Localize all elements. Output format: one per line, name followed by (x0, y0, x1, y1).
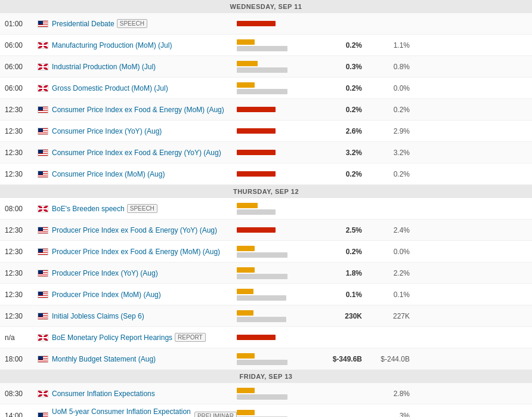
event-row: 12:30Consumer Price Index (YoY) (Aug)2.6… (0, 121, 532, 142)
event-bar (237, 150, 308, 155)
event-time: 12:30 (5, 127, 38, 135)
event-row: 12:30Producer Price Index (YoY) (Aug)1.8… (0, 262, 532, 284)
event-time: 12:30 (5, 149, 38, 157)
us-flag (38, 270, 48, 277)
gb-flag (38, 390, 48, 397)
event-previous: 2.2% (362, 269, 410, 277)
event-time: 06:00 (5, 84, 38, 92)
economic-calendar: WEDNESDAY, SEP 1101:00Presidential Debat… (0, 0, 532, 417)
section-header: WEDNESDAY, SEP 11 (0, 0, 532, 13)
us-flag (38, 412, 48, 417)
event-badge: REPORT (175, 333, 206, 342)
event-previous: 0.2% (362, 106, 410, 114)
event-bar (237, 203, 308, 215)
event-link[interactable]: Manufacturing Production (MoM) (Jul) (52, 41, 172, 50)
event-link[interactable]: Consumer Inflation Expectations (52, 390, 155, 398)
event-link[interactable]: Producer Price Index (YoY) (Aug) (52, 269, 158, 277)
event-name: Consumer Price Index (MoM) (Aug) (52, 170, 237, 178)
event-time: 18:00 (5, 355, 38, 363)
us-flag (38, 106, 48, 113)
event-actual: 0.2% (314, 41, 362, 50)
gb-flag (38, 42, 48, 49)
event-name: BoE's Breeden speechSPEECH (52, 204, 237, 213)
event-actual: 0.2% (314, 170, 362, 178)
us-flag (38, 356, 48, 363)
event-actual: 230K (314, 312, 362, 320)
event-previous: 2.4% (362, 226, 410, 234)
event-name: BoE Monetary Policy Report HearingsREPOR… (52, 333, 237, 342)
event-link[interactable]: Producer Price Index (MoM) (Aug) (52, 291, 161, 299)
event-link[interactable]: Presidential Debate (52, 20, 115, 28)
event-link[interactable]: BoE Monetary Policy Report Hearings (52, 333, 172, 342)
event-row: 06:00Gross Domestic Product (MoM) (Jul)0… (0, 78, 532, 99)
event-bar (237, 310, 308, 322)
gb-flag (38, 85, 48, 92)
us-flag (38, 227, 48, 234)
us-flag (38, 20, 48, 27)
event-bar (237, 410, 308, 417)
event-bar (237, 388, 308, 400)
event-bar (237, 353, 308, 365)
gb-flag (38, 63, 48, 70)
event-actual: 0.3% (314, 63, 362, 71)
event-row: 12:30Consumer Price Index ex Food & Ener… (0, 99, 532, 121)
us-flag (38, 128, 48, 135)
event-row: 06:00Manufacturing Production (MoM) (Jul… (0, 35, 532, 56)
event-link[interactable]: UoM 5-year Consumer Inflation Expectatio… (52, 407, 192, 417)
us-flag (38, 149, 48, 156)
event-bar (237, 128, 308, 134)
event-row: n/aBoE Monetary Policy Report HearingsRE… (0, 327, 532, 348)
event-time: 12:30 (5, 248, 38, 256)
event-time: 12:30 (5, 312, 38, 320)
event-name: Producer Price Index (YoY) (Aug) (52, 269, 237, 277)
event-link[interactable]: Monthly Budget Statement (Aug) (52, 355, 156, 363)
event-badge: SPEECH (127, 204, 157, 213)
event-link[interactable]: Consumer Price Index (MoM) (Aug) (52, 170, 165, 178)
us-flag (38, 291, 48, 298)
gb-flag (38, 205, 48, 212)
event-bar (237, 39, 308, 51)
event-previous: 0.8% (362, 63, 410, 71)
us-flag (38, 248, 48, 255)
event-row: 18:00Monthly Budget Statement (Aug)$-349… (0, 348, 532, 370)
event-previous: 2.9% (362, 127, 410, 135)
event-link[interactable]: Gross Domestic Product (MoM) (Jul) (52, 84, 168, 92)
event-name: Producer Price Index ex Food & Energy (M… (52, 248, 237, 256)
event-name: Gross Domestic Product (MoM) (Jul) (52, 84, 237, 92)
event-badge: SPEECH (117, 19, 147, 28)
event-previous: 227K (362, 312, 410, 320)
us-flag (38, 171, 48, 178)
event-row: 06:00Industrial Production (MoM) (Jul)0.… (0, 56, 532, 78)
event-row: 01:00Presidential DebateSPEECH (0, 13, 532, 35)
event-actual: 0.1% (314, 291, 362, 299)
event-time: 06:00 (5, 41, 38, 50)
event-link[interactable]: Producer Price Index ex Food & Energy (Y… (52, 226, 217, 234)
event-badge: PRELIMINAR (194, 412, 237, 418)
event-link[interactable]: Consumer Price Index (YoY) (Aug) (52, 127, 162, 135)
event-previous: 0.2% (362, 170, 410, 178)
event-link[interactable]: Producer Price Index ex Food & Energy (M… (52, 248, 220, 256)
event-link[interactable]: Initial Jobless Claims (Sep 6) (52, 312, 144, 320)
event-name: Monthly Budget Statement (Aug) (52, 355, 237, 363)
event-name: Consumer Price Index (YoY) (Aug) (52, 127, 237, 135)
event-link[interactable]: Industrial Production (MoM) (Jul) (52, 63, 156, 71)
event-row: 12:30Consumer Price Index (MoM) (Aug)0.2… (0, 163, 532, 185)
event-time: 12:30 (5, 226, 38, 234)
event-name: UoM 5-year Consumer Inflation Expectatio… (52, 407, 237, 417)
event-time: 08:30 (5, 390, 38, 398)
event-link[interactable]: BoE's Breeden speech (52, 205, 125, 213)
event-previous: 0.0% (362, 248, 410, 256)
event-row: 14:00UoM 5-year Consumer Inflation Expec… (0, 404, 532, 417)
event-previous: 0.1% (362, 291, 410, 299)
event-name: Initial Jobless Claims (Sep 6) (52, 312, 237, 320)
event-time: 14:00 (5, 412, 38, 417)
event-actual: 2.6% (314, 127, 362, 135)
event-time: 12:30 (5, 291, 38, 299)
event-bar (237, 335, 308, 340)
event-bar (237, 289, 308, 301)
event-row: 08:00BoE's Breeden speechSPEECH (0, 198, 532, 220)
event-link[interactable]: Consumer Price Index ex Food & Energy (M… (52, 106, 224, 114)
event-previous: $-244.0B (362, 355, 410, 363)
event-link[interactable]: Consumer Price Index ex Food & Energy (Y… (52, 149, 221, 157)
event-name: Consumer Inflation Expectations (52, 390, 237, 398)
